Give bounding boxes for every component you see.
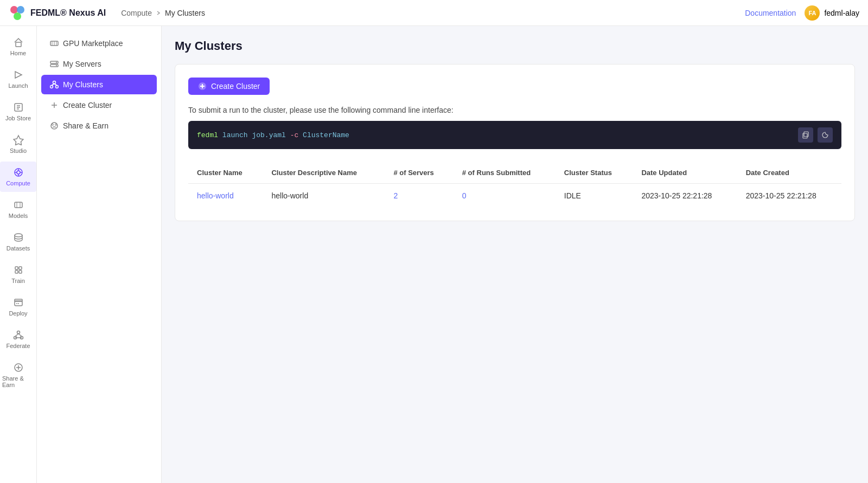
cell-status: IDLE [556,184,633,208]
my-clusters-icon [50,80,59,89]
svg-point-0 [10,6,18,14]
sidebar-item-my-servers[interactable]: My Servers [41,54,157,74]
breadcrumb-chevron-icon [155,10,162,16]
svg-point-54 [55,124,57,126]
svg-point-53 [52,124,54,126]
copy-icon [802,131,809,139]
user-name: fedml-alay [824,9,859,17]
sidebar-item-datasets[interactable]: Datasets [0,227,36,257]
sidebar-item-share-earn-label: Share & Earn [2,375,34,388]
sidebar-item-studio[interactable]: Studio [0,129,36,159]
sidebar-item-models-label: Models [9,212,28,219]
sidebar-item-studio-label: Studio [10,147,27,154]
icon-sidebar: Home Launch Job Store Studio Compute Mod… [0,26,37,483]
num-servers-link[interactable]: 2 [393,191,398,200]
svg-line-48 [52,84,54,86]
sidebar-item-federate[interactable]: Federate [0,324,36,355]
svg-rect-16 [15,202,22,208]
svg-rect-25 [15,299,22,301]
logo: FEDML® Nexus AI [9,4,106,22]
col-date-updated: Date Updated [633,162,737,184]
launch-icon [13,69,24,80]
cli-actions [798,127,833,143]
create-cluster-button[interactable]: Create Cluster [188,78,270,95]
sidebar-item-datasets-label: Datasets [7,245,30,252]
sidebar-item-gpu-marketplace[interactable]: GPU Marketplace [41,34,157,53]
avatar: FA [805,5,820,21]
studio-icon [13,134,24,145]
sidebar-item-federate-label: Federate [6,343,30,349]
breadcrumb-parent[interactable]: Compute [121,9,152,17]
content-card: Create Cluster To submit a run to the cl… [175,64,855,221]
topbar-right: Documentation FA fedml-alay [745,5,859,21]
cell-descriptive-name: hello-world [263,184,385,208]
content-area: My Clusters Create Cluster To submit a r… [162,26,868,483]
datasets-icon [13,232,24,243]
sidebar-item-compute-label: Compute [6,180,30,186]
cell-date-created: 2023-10-25 22:21:28 [737,184,841,208]
sidebar-item-share-earn-secondary[interactable]: Share & Earn [41,116,157,136]
svg-rect-20 [15,267,18,269]
breadcrumb-current: My Clusters [165,9,205,17]
svg-point-26 [16,303,17,304]
cli-code-block: fedml launch job.yaml -c ClusterName [188,121,841,149]
svg-point-19 [15,234,22,237]
cell-cluster-name: hello-world [188,184,263,208]
sidebar-item-launch[interactable]: Launch [0,64,36,94]
create-cluster-btn-label: Create Cluster [211,82,260,91]
sidebar-item-share-earn[interactable]: Share & Earn [0,357,36,394]
sidebar-item-my-clusters-label: My Clusters [63,80,103,89]
sidebar-item-create-cluster-label: Create Cluster [63,101,112,110]
svg-point-27 [18,303,19,304]
sidebar-item-compute[interactable]: Compute [0,162,36,192]
fedml-logo-icon [9,4,26,22]
sidebar-item-home[interactable]: Home [0,31,36,62]
svg-marker-4 [15,72,22,78]
sidebar-item-job-store[interactable]: Job Store [0,96,36,127]
svg-line-32 [18,334,22,337]
svg-rect-59 [804,132,808,137]
sidebar-item-models[interactable]: Models [0,194,36,224]
topbar: FEDML® Nexus AI Compute My Clusters Docu… [0,0,868,26]
train-icon [13,265,24,275]
svg-rect-23 [19,271,22,273]
col-num-runs: # of Runs Submitted [454,162,556,184]
svg-point-11 [17,171,20,174]
sidebar-item-job-store-label: Job Store [5,115,31,121]
sidebar-item-my-servers-label: My Servers [63,60,101,68]
svg-point-28 [17,331,20,334]
app-name: FEDML® Nexus AI [30,8,106,18]
col-descriptive-name: Cluster Descriptive Name [263,162,385,184]
compute-icon [13,167,24,178]
num-runs-link[interactable]: 0 [462,191,467,200]
svg-point-43 [56,62,57,63]
sidebar-item-gpu-marketplace-label: GPU Marketplace [63,39,123,48]
cli-instruction: To submit a run to the cluster, please u… [188,106,841,114]
cli-copy-button[interactable] [798,127,813,143]
svg-rect-22 [15,271,18,273]
sidebar-item-train-label: Train [11,278,25,284]
svg-point-47 [56,86,59,88]
cell-date-updated: 2023-10-25 22:21:28 [633,184,737,208]
documentation-link[interactable]: Documentation [745,9,796,17]
secondary-sidebar: GPU Marketplace My Servers My Clusters C… [37,26,162,483]
federate-icon [13,330,24,340]
models-icon [13,199,24,210]
sidebar-item-train[interactable]: Train [0,259,36,289]
table-row: hello-worldhello-world20IDLE2023-10-25 2… [188,184,841,208]
cell-num-servers: 2 [385,184,453,208]
svg-point-45 [53,81,56,84]
cluster-name-link[interactable]: hello-world [197,191,234,200]
share-earn-secondary-icon [50,121,59,130]
svg-point-44 [56,65,57,66]
col-status: Cluster Status [556,162,633,184]
create-cluster-btn-icon [198,82,207,91]
svg-rect-21 [19,267,22,269]
sidebar-item-create-cluster[interactable]: Create Cluster [41,95,157,115]
sidebar-item-my-clusters[interactable]: My Clusters [41,75,157,94]
cli-theme-button[interactable] [818,127,833,143]
table-header-row: Cluster Name Cluster Descriptive Name # … [188,162,841,184]
sidebar-item-deploy[interactable]: Deploy [0,292,36,322]
clusters-table: Cluster Name Cluster Descriptive Name # … [188,162,841,208]
job-store-icon [13,102,24,113]
